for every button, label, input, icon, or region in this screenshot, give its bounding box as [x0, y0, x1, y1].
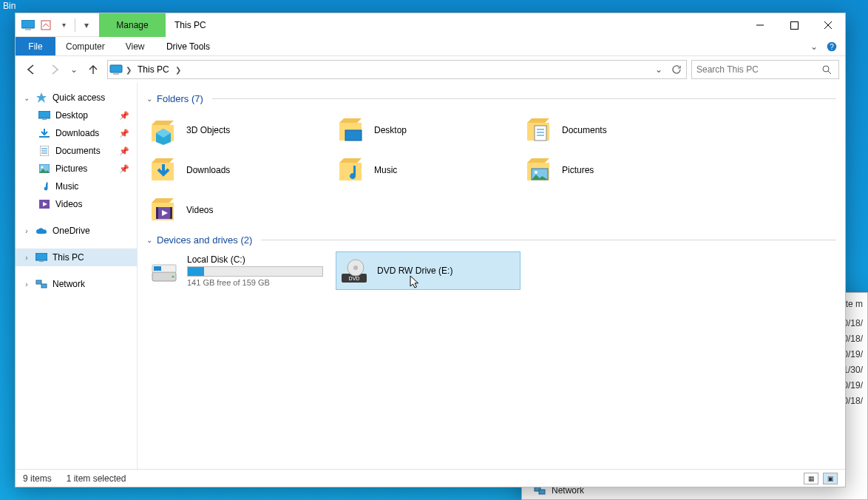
chevron-down-icon[interactable]: ⌄ — [146, 95, 152, 103]
status-selection: 1 item selected — [67, 473, 126, 484]
drive-local-disk[interactable]: Local Disk (C:) 141 GB free of 159 GB — [146, 251, 331, 290]
file-tab[interactable]: File — [16, 37, 55, 55]
nav-bar: ⌄ ❯ This PC ❯ ⌄ — [16, 56, 845, 83]
network-icon — [35, 277, 48, 291]
tree-quick-access[interactable]: ⌄ Quick access — [16, 89, 137, 107]
status-bar: 9 items 1 item selected ▦ ▣ — [16, 469, 845, 487]
ribbon-tab-view[interactable]: View — [115, 37, 155, 55]
folder-pictures[interactable]: Pictures — [522, 150, 710, 190]
folder-desktop[interactable]: Desktop — [334, 110, 522, 150]
window-controls — [743, 13, 845, 37]
desktop-icon — [38, 109, 51, 122]
svg-rect-29 — [36, 280, 41, 284]
drive-label: Local Disk (C:) — [187, 254, 323, 265]
up-button[interactable] — [84, 60, 103, 79]
chevron-right-icon[interactable]: › — [23, 254, 30, 262]
cloud-icon — [35, 224, 48, 237]
dvd-drive-icon: DVD — [339, 255, 370, 286]
tree-onedrive[interactable]: ›OneDrive — [16, 222, 137, 240]
details-view-button[interactable]: ▦ — [804, 473, 818, 484]
qat-chevron-icon[interactable]: ▾ — [57, 18, 70, 32]
manage-tab[interactable]: Manage — [99, 13, 166, 37]
tiles-view-button[interactable]: ▣ — [823, 473, 838, 484]
tree-music[interactable]: Music — [16, 178, 137, 195]
svg-rect-27 — [35, 253, 47, 260]
svg-rect-6 — [790, 21, 798, 29]
svg-point-54 — [172, 275, 174, 277]
address-bar[interactable]: ❯ This PC ❯ ⌄ — [107, 60, 687, 79]
help-icon[interactable]: ? — [823, 37, 841, 55]
star-icon — [35, 91, 48, 104]
chevron-right-icon[interactable]: › — [23, 227, 30, 235]
folder-3d-objects[interactable]: 3D Objects — [146, 110, 334, 150]
folder-documents[interactable]: Documents — [522, 110, 710, 150]
svg-rect-28 — [39, 261, 44, 262]
folder-downloads[interactable]: Downloads — [146, 150, 334, 190]
content-pane: ⌄ Folders (7) 3D Objects Desktop Documen… — [138, 83, 845, 469]
tree-pictures[interactable]: Pictures📌 — [16, 160, 137, 178]
desktop-recycle-bin[interactable]: Bin — [3, 1, 16, 11]
svg-rect-11 — [110, 65, 122, 72]
tree-documents[interactable]: Documents📌 — [16, 142, 137, 160]
drive-free-text: 141 GB free of 159 GB — [187, 278, 323, 287]
search-box[interactable] — [691, 60, 839, 79]
breadcrumb-thispc[interactable]: This PC — [135, 61, 172, 78]
pin-icon: 📌 — [119, 129, 129, 138]
svg-rect-49 — [170, 207, 172, 219]
back-button[interactable] — [21, 60, 41, 79]
monitor-icon — [35, 251, 48, 264]
maximize-button[interactable] — [777, 13, 811, 37]
quick-access-toolbar: ▾ ▾ — [16, 13, 99, 37]
svg-point-24 — [41, 166, 44, 169]
close-button[interactable] — [811, 13, 845, 37]
svg-rect-53 — [154, 266, 161, 271]
folder-videos[interactable]: Videos — [146, 190, 334, 230]
navigation-pane: ⌄ Quick access Desktop📌 Downloads📌 Docum… — [16, 83, 138, 469]
svg-marker-15 — [36, 92, 47, 103]
explorer-window: ▾ ▾ Manage This PC File Computer View Dr… — [15, 13, 846, 487]
music-folder-icon — [336, 155, 367, 186]
minimize-button[interactable] — [743, 13, 777, 37]
tree-desktop[interactable]: Desktop📌 — [16, 107, 137, 124]
tree-videos[interactable]: Videos — [16, 195, 137, 213]
chevron-down-icon[interactable]: ⌄ — [23, 94, 30, 102]
svg-point-45 — [535, 171, 538, 174]
svg-rect-12 — [113, 73, 119, 75]
ribbon-tab-computer[interactable]: Computer — [55, 37, 115, 55]
svg-point-13 — [823, 66, 829, 72]
svg-rect-17 — [42, 119, 47, 120]
search-icon[interactable] — [822, 65, 834, 75]
status-item-count: 9 items — [23, 473, 52, 484]
properties-icon[interactable] — [39, 18, 52, 32]
refresh-icon[interactable] — [668, 64, 685, 75]
videos-icon — [38, 197, 51, 211]
drive-dvd[interactable]: DVD DVD RW Drive (E:) — [336, 251, 521, 290]
svg-rect-30 — [41, 284, 47, 288]
search-input[interactable] — [696, 64, 822, 75]
group-folders-header[interactable]: ⌄ Folders (7) — [146, 93, 836, 104]
tree-this-pc[interactable]: ›This PC — [16, 249, 137, 266]
ribbon: File Computer View Drive Tools ⌄ ? — [16, 37, 845, 56]
title-bar[interactable]: ▾ ▾ Manage This PC — [16, 13, 845, 37]
documents-icon — [38, 144, 51, 158]
chevron-right-icon[interactable]: › — [23, 280, 30, 288]
tree-network[interactable]: ›Network — [16, 275, 137, 293]
chevron-right-icon[interactable]: ❯ — [175, 66, 181, 74]
folder-music[interactable]: Music — [334, 150, 522, 190]
ribbon-collapse-icon[interactable]: ⌄ — [805, 37, 823, 55]
hdd-icon — [149, 255, 180, 286]
address-dropdown-icon[interactable]: ⌄ — [652, 64, 665, 75]
forward-button[interactable] — [45, 60, 64, 79]
capacity-bar — [187, 266, 323, 277]
thispc-icon — [21, 18, 35, 32]
group-drives-header[interactable]: ⌄ Devices and drives (2) — [146, 234, 836, 246]
chevron-down-icon[interactable]: ⌄ — [146, 236, 152, 244]
pin-icon: 📌 — [119, 146, 129, 156]
chevron-right-icon[interactable]: ❯ — [126, 66, 132, 74]
qat-overflow-icon[interactable]: ▾ — [80, 18, 93, 32]
downloads-folder-icon — [148, 155, 179, 186]
pin-icon: 📌 — [119, 111, 129, 121]
tree-downloads[interactable]: Downloads📌 — [16, 124, 137, 142]
recent-locations-icon[interactable]: ⌄ — [69, 60, 79, 79]
ribbon-tab-drive-tools[interactable]: Drive Tools — [155, 37, 221, 55]
